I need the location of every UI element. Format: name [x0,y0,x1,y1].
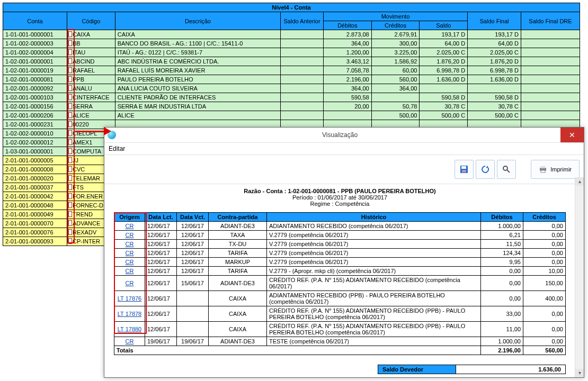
relation-tick-icon[interactable] [68,130,72,136]
col-data-vct[interactable]: Data Vct. [177,213,209,222]
print-button[interactable]: Imprimir [531,160,580,179]
col-codigo[interactable]: Código [67,12,115,30]
table-row[interactable]: 1-02-001-0000092ANALUANA LUCIA COUTO SIL… [3,84,580,93]
col-data-lct[interactable]: Data Lct. [145,213,177,222]
relation-tick-icon[interactable] [68,67,72,73]
origem-link[interactable]: CR [126,280,134,286]
relation-tick-icon[interactable] [68,49,72,55]
ledger-row[interactable]: CR12/06/1712/06/17MARKUPV.2779 (competên… [114,258,566,267]
relation-tick-icon[interactable] [68,112,72,118]
col-contra[interactable]: Contra-partida [209,213,267,222]
relation-tick-icon[interactable] [68,220,72,226]
relation-tick-icon[interactable] [68,76,72,82]
origem-link[interactable]: LT 17876 [118,295,141,302]
table-row[interactable]: 1-01-002-0000004ITAUITAÚ - AG.: 0122 | C… [3,48,580,57]
ledger-row[interactable]: LT 1787612/06/17CAIXAADIANTAMENTO RECEBI… [114,291,566,306]
table-row[interactable]: 1-02-001-0000001ABCINDABC INDÚSTRIA E CO… [3,57,580,66]
cell-conta: 1-03-001-0000001 [3,147,67,156]
ledger-row[interactable]: CR12/06/1712/06/17TARIFAV.2779 - (Apropr… [114,267,566,276]
menu-edit[interactable]: Editar [109,145,125,152]
cell-origem: CR [114,222,145,231]
ledger-row[interactable]: LT 1788012/06/17CAIXACRÉDITO REF. (P.A. … [114,322,566,337]
cell-deb [323,111,371,120]
col-descricao[interactable]: Descrição [115,12,281,30]
table-row[interactable]: 1-02-001-0000206ALICEALICE500,00500,00 C… [3,111,580,120]
relation-tick-icon[interactable] [68,85,72,91]
origem-link[interactable]: CR [126,250,134,256]
ledger-row[interactable]: CR12/06/1712/06/17ADIANT-DE3ADIANTAMENTO… [114,222,566,231]
origem-link[interactable]: CR [126,268,134,274]
relation-tick-icon[interactable] [68,103,72,109]
cell-origem: CR [114,258,145,267]
totals-label: Totais [114,346,481,355]
relation-tick-icon[interactable] [68,211,72,217]
cell-hist: CRÉDITO REF. (P.A. Nº 155) ADIANTAMENTO … [267,322,481,337]
scroll-up-icon[interactable]: ▴ [575,177,584,186]
ledger-row[interactable]: CR19/06/1719/06/17ADIANT-DE3TESTE (compe… [114,337,566,346]
ledger-row[interactable]: CR12/06/1715/06/17ADIANT-DE3CRÉDITO REF.… [114,276,566,291]
relation-tick-icon[interactable] [68,157,72,163]
cell-saldo: 500,00 C [420,111,468,120]
col-debitos[interactable]: Débitos [323,21,371,30]
relation-tick-icon[interactable] [68,121,72,127]
col-saldo[interactable]: Saldo [420,21,468,30]
col-saldo-final[interactable]: Saldo Final [468,12,521,30]
cell-saldo: 6.998,78 D [420,66,468,75]
cell-cred: 364,00 [371,84,420,93]
relation-tick-icon[interactable] [68,31,72,37]
origem-link[interactable]: CR [126,338,134,344]
relation-tick-icon[interactable] [68,166,72,172]
cell-conta: 1-02-001-0000231 [3,120,67,129]
relation-tick-icon[interactable] [68,184,72,190]
vertical-scrollbar[interactable]: ▴ ▾ [575,177,584,377]
cell-contra: TARIFA [209,267,267,276]
ledger-row[interactable]: LT 1787812/06/17CAIXACRÉDITO REF. (P.A. … [114,306,566,322]
relation-tick-icon[interactable] [68,40,72,46]
cell-conta: 2-01-001-0000005 [3,156,67,165]
col-historico[interactable]: Histórico [267,213,481,222]
scroll-down-icon[interactable]: ▾ [575,369,584,377]
relation-tick-icon[interactable] [68,229,72,235]
col-saldo-dre[interactable]: Saldo Final DRE [521,12,580,30]
cell-dl: 12/06/17 [145,306,177,322]
col-creditos[interactable]: Créditos [371,21,420,30]
ledger-row[interactable]: CR12/06/1712/06/17TX-DUV.2779 (competênc… [114,240,566,249]
cell-cred: 0,00 [523,249,566,258]
table-row[interactable]: 1-02-001-0000019RAFAELRAFAEL LUÍS MOREIR… [3,66,580,75]
ledger-row[interactable]: CR12/06/1712/06/17TARIFAV.2779 (competên… [114,249,566,258]
origem-link[interactable]: CR [126,223,134,229]
relation-tick-icon[interactable] [68,148,72,154]
cell-dre [521,66,580,75]
close-button[interactable]: ✕ [560,128,584,142]
origem-link[interactable]: CR [126,259,134,265]
origem-link[interactable]: LT 17878 [118,311,141,317]
save-button[interactable] [455,160,474,179]
refresh-button[interactable] [476,160,495,179]
col-conta[interactable]: Conta [3,12,67,30]
table-row[interactable]: 1-02-001-0000081PPBPAULO PEREIRA BOTELHO… [3,75,580,84]
cell-desc: ABC INDÚSTRIA E COMÉRCIO LTDA. [115,57,281,66]
origem-link[interactable]: CR [126,232,134,238]
col-movimento[interactable]: Movimento [323,12,467,21]
cell-deb: 364,00 [323,39,371,48]
col-saldo-anterior[interactable]: Saldo Anterior [281,12,324,30]
col-debitos[interactable]: Débitos [481,213,523,222]
relation-tick-icon[interactable] [68,58,72,64]
table-row[interactable]: 1-01-002-0000003BBBANCO DO BRASIL - AG.:… [3,39,580,48]
zoom-button[interactable] [497,160,516,179]
col-creditos[interactable]: Créditos [523,213,566,222]
ledger-row[interactable]: CR12/06/1712/06/17TAXAV.2779 (competênci… [114,231,566,240]
col-origem[interactable]: Origem [114,213,145,222]
origem-link[interactable]: CR [126,241,134,247]
table-row[interactable]: 1-02-001-0000156SERRASERRA E MAR INDUSTR… [3,102,580,111]
cell-dre [521,39,580,48]
relation-tick-icon[interactable] [68,94,72,100]
relation-tick-icon[interactable] [68,175,72,181]
relation-tick-icon[interactable] [68,193,72,199]
table-row[interactable]: 1-01-001-0000001CAIXACAIXA2.873,082.679,… [3,30,580,39]
dialog-titlebar[interactable]: Visualização ✕ [104,128,584,143]
origem-link[interactable]: LT 17880 [118,326,141,332]
relation-tick-icon[interactable] [68,202,72,208]
relation-tick-icon[interactable] [68,139,72,145]
table-row[interactable]: 1-02-001-0000103CINTERFACECLIENTE PADRÃO… [3,93,580,102]
